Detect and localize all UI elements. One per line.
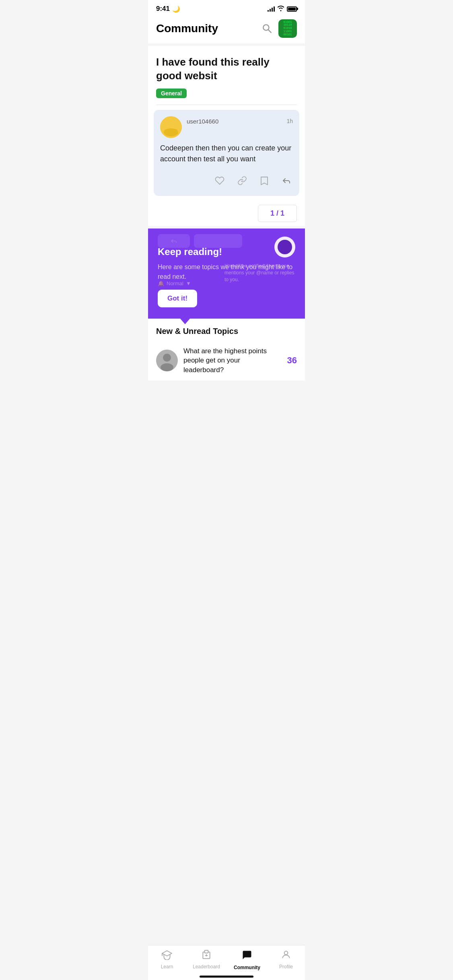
post-title: I have found this really good websit: [156, 56, 297, 83]
svg-line-1: [268, 29, 271, 32]
status-icons: [268, 6, 297, 12]
post-user-row: user104660 1h: [160, 116, 293, 138]
inner-circle: [278, 240, 292, 254]
topic-text: What are the highest points people get o…: [183, 346, 282, 375]
topic-avatar: [156, 350, 178, 371]
status-time: 9:41: [156, 5, 170, 13]
avatar: [160, 116, 182, 138]
header-actions: 01001 10110 01010 11001 00101: [260, 19, 297, 38]
post-body: Codeepen then then you can create your a…: [160, 143, 293, 165]
svg-point-5: [163, 354, 171, 362]
signal-icon: [268, 6, 275, 12]
topic-count: 36: [287, 355, 297, 366]
reply-button[interactable]: [280, 174, 293, 189]
status-bar: 9:41 🌙: [148, 0, 305, 15]
username: user104660: [187, 118, 218, 125]
new-unread-section: New & Unread Topics: [148, 319, 305, 341]
link-button[interactable]: [236, 174, 249, 189]
bg-notification-text: You will be notified if someone mentions…: [224, 263, 297, 283]
topic-item[interactable]: What are the highest points people get o…: [148, 341, 305, 381]
like-button[interactable]: [213, 174, 226, 189]
post-time: 1h: [286, 118, 293, 124]
post-message: user104660 1h Codeepen then then you can…: [154, 110, 299, 196]
wifi-icon: [277, 6, 284, 12]
content-wrapper: I have found this really good websit Gen…: [148, 46, 305, 421]
tooltip-arrow: [180, 319, 190, 324]
divider: [156, 105, 297, 105]
moon-icon: 🌙: [172, 5, 180, 13]
post-actions: [160, 171, 293, 189]
battery-icon: [287, 6, 297, 12]
post-header: I have found this really good websit Gen…: [148, 46, 305, 105]
page-title: Community: [156, 22, 218, 35]
keep-reading-overlay: Keep reading! Here are some topics we th…: [148, 229, 305, 319]
section-title: New & Unread Topics: [156, 327, 297, 336]
post-meta: user104660 1h: [187, 116, 293, 125]
user-avatar-header[interactable]: 01001 10110 01010 11001 00101: [278, 19, 297, 38]
post-card: I have found this really good websit Gen…: [148, 46, 305, 226]
overlay-circle: [274, 237, 295, 257]
bookmark-button[interactable]: [258, 174, 270, 189]
page-header: Community 01001 10110 01010 11001 00101: [148, 15, 305, 43]
page-indicator: 1 / 1: [258, 205, 297, 222]
svg-point-6: [161, 363, 173, 371]
search-button[interactable]: [260, 21, 274, 36]
bg-normal-label: 🔔 Normal ▼: [158, 280, 191, 286]
post-tag[interactable]: General: [156, 89, 187, 98]
got-it-button[interactable]: Got it!: [158, 290, 197, 307]
pagination: 1 / 1: [148, 201, 305, 226]
